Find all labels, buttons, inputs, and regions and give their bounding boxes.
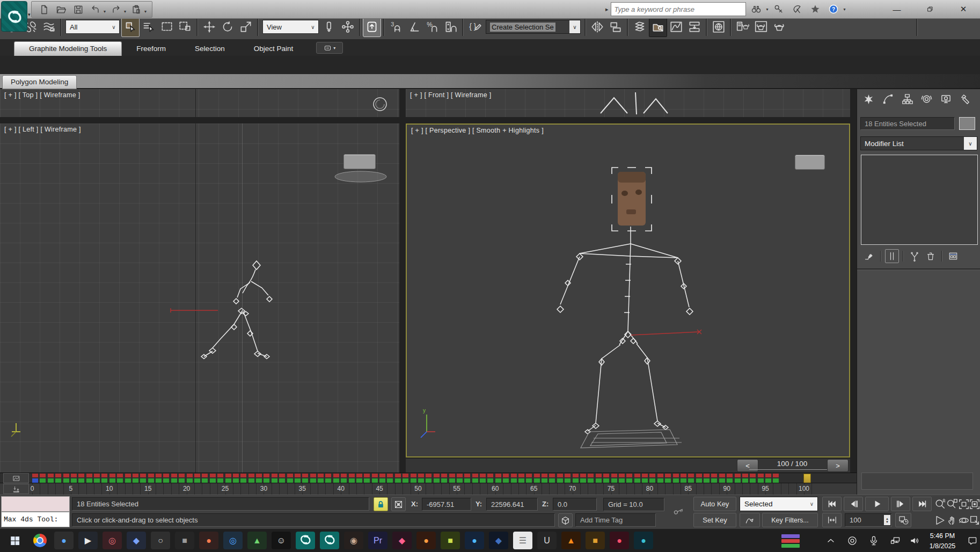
keyframe[interactable] <box>511 474 517 483</box>
polygon-modeling-panel-tab[interactable]: Polygon Modeling <box>2 75 77 89</box>
keyframe[interactable] <box>411 474 416 483</box>
selection-filter-dropdown[interactable]: All∨ <box>65 20 120 34</box>
close-button[interactable]: ✕ <box>947 0 980 18</box>
keyframe[interactable] <box>248 474 254 483</box>
keyframe[interactable] <box>156 474 162 483</box>
keyframe[interactable] <box>619 474 625 483</box>
taskbar-app-5[interactable]: ◆ <box>127 532 146 549</box>
go-to-end-button[interactable] <box>912 497 932 511</box>
taskbar-app-winrar[interactable] <box>781 533 800 549</box>
keyframe[interactable] <box>287 474 293 483</box>
current-frame-field[interactable]: 100 ▲▼ <box>845 513 892 527</box>
maxscript-mini-listener[interactable]: Max 4ds Tool: <box>1 512 70 527</box>
set-key-button[interactable]: Set Key <box>693 513 736 527</box>
keyframe[interactable] <box>217 474 223 483</box>
taskbar-app-16[interactable]: ◆ <box>392 532 412 549</box>
ribbon-minimize-button[interactable]: ▾ <box>316 42 343 54</box>
zoom-extents-icon[interactable] <box>959 498 969 510</box>
keyframe[interactable] <box>526 474 532 483</box>
keyframe[interactable] <box>495 474 501 483</box>
maximize-viewport-toggle-icon[interactable] <box>969 514 980 526</box>
keyframe[interactable] <box>449 474 455 483</box>
keyframe[interactable] <box>272 474 277 483</box>
tray-camera-icon[interactable] <box>846 534 859 547</box>
reference-coordinate-system-dropdown[interactable]: View∨ <box>262 20 319 34</box>
taskbar-app-6[interactable]: ○ <box>151 532 170 549</box>
keyframe[interactable] <box>441 474 447 483</box>
keyframe[interactable] <box>94 474 100 483</box>
show-end-result-icon[interactable] <box>885 249 899 263</box>
keyframe[interactable] <box>310 474 316 483</box>
taskbar-app-17[interactable]: ● <box>416 532 436 549</box>
keyframe[interactable] <box>295 474 301 483</box>
scene-explorer-button[interactable] <box>649 17 667 37</box>
keyframe[interactable] <box>48 474 54 483</box>
curve-editor-icon[interactable] <box>667 17 685 37</box>
taskbar-app-15[interactable]: Pr <box>368 532 387 549</box>
frame-counter-track[interactable] <box>749 469 835 470</box>
absolute-offset-mode-toggle[interactable] <box>391 497 406 511</box>
render-production-icon[interactable] <box>770 17 788 37</box>
next-frame-playback-button[interactable] <box>891 497 910 511</box>
keyframe[interactable] <box>611 474 617 483</box>
keyframe[interactable] <box>634 474 640 483</box>
time-ruler[interactable]: 0510152025303540455055606570758085909510… <box>0 483 857 496</box>
keyframe[interactable] <box>426 474 432 483</box>
select-by-name-icon[interactable] <box>140 17 158 37</box>
keyframe[interactable] <box>573 474 579 483</box>
search-arrow-icon[interactable]: ▸ <box>605 6 609 13</box>
zoom-extents-all-icon[interactable] <box>969 498 980 510</box>
tab-modify-icon[interactable] <box>880 92 896 106</box>
keyframe[interactable] <box>649 474 655 483</box>
application-menu-logo[interactable] <box>1 1 27 32</box>
start-button[interactable] <box>6 532 24 549</box>
keyframe[interactable] <box>32 474 38 483</box>
keyframe[interactable] <box>55 474 61 483</box>
tray-network-icon[interactable] <box>889 534 902 547</box>
use-pivot-point-center-icon[interactable] <box>320 17 339 37</box>
keyframe[interactable] <box>503 474 509 483</box>
keyframe[interactable] <box>356 474 362 483</box>
keyframe[interactable] <box>349 474 355 483</box>
viewport-front-label[interactable]: [ + ] [ Front ] [ Wireframe ] <box>410 91 491 99</box>
keyframe[interactable] <box>325 474 331 483</box>
select-and-scale-icon[interactable] <box>237 17 255 37</box>
taskbar-app-19[interactable]: ● <box>465 532 484 549</box>
mirror-icon[interactable] <box>588 17 606 37</box>
keyframe[interactable] <box>758 474 764 483</box>
keyframe[interactable] <box>711 474 717 483</box>
taskbar-app-23[interactable]: ▲ <box>561 532 581 549</box>
y-coordinate-field[interactable]: 22596.641 <box>486 498 538 511</box>
search-icon[interactable] <box>748 2 764 16</box>
taskbar-app-25[interactable]: ● <box>610 532 629 549</box>
keyframe[interactable] <box>742 474 748 483</box>
application-menu-dropdown-icon[interactable]: ▾ <box>28 12 31 17</box>
snaps-toggle-icon[interactable]: 3 <box>387 17 405 37</box>
taskbar-app-10[interactable]: ▲ <box>247 532 267 549</box>
undo-icon[interactable] <box>87 3 104 17</box>
keyframe[interactable] <box>233 474 239 483</box>
keyframe[interactable] <box>673 474 679 483</box>
track-bar-filter-icon[interactable] <box>3 484 29 494</box>
keyboard-shortcut-override-button[interactable] <box>363 17 381 37</box>
keyframe[interactable] <box>403 474 408 483</box>
keyframe[interactable] <box>665 474 671 483</box>
keyframe[interactable] <box>109 474 115 483</box>
minimize-button[interactable]: — <box>880 0 913 18</box>
keyframe[interactable] <box>140 474 146 483</box>
keyframe[interactable] <box>341 474 347 483</box>
keyframe[interactable] <box>642 474 648 483</box>
go-to-start-button[interactable] <box>822 497 842 511</box>
zoom-icon[interactable] <box>935 498 946 510</box>
open-file-icon[interactable] <box>53 3 69 17</box>
named-selection-sets-dropdown[interactable]: Create Selection Se∨ <box>486 20 581 34</box>
keyframe[interactable] <box>256 474 262 483</box>
keyframe[interactable] <box>480 474 486 483</box>
rectangular-selection-region-icon[interactable] <box>158 17 176 37</box>
zoom-all-icon[interactable] <box>947 498 957 510</box>
keyframe[interactable] <box>86 474 92 483</box>
keyframe[interactable] <box>171 474 177 483</box>
keyframe[interactable] <box>372 474 378 483</box>
keyframe[interactable] <box>534 474 540 483</box>
taskbar-app-4[interactable]: ◎ <box>103 532 122 549</box>
